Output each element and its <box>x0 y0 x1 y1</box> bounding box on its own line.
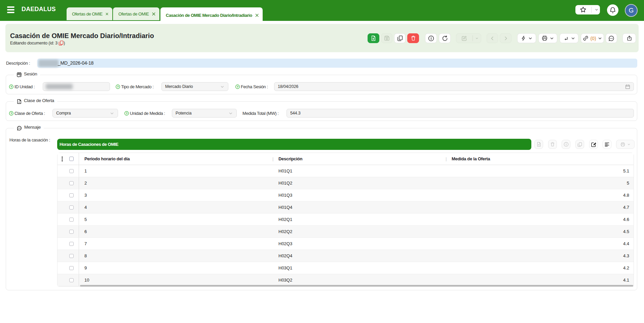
svg-text:?: ? <box>126 112 127 115</box>
svg-text:?: ? <box>10 85 12 89</box>
svg-text:?: ? <box>117 85 119 89</box>
svg-text:?: ? <box>237 85 238 89</box>
svg-text:?: ? <box>10 112 12 115</box>
